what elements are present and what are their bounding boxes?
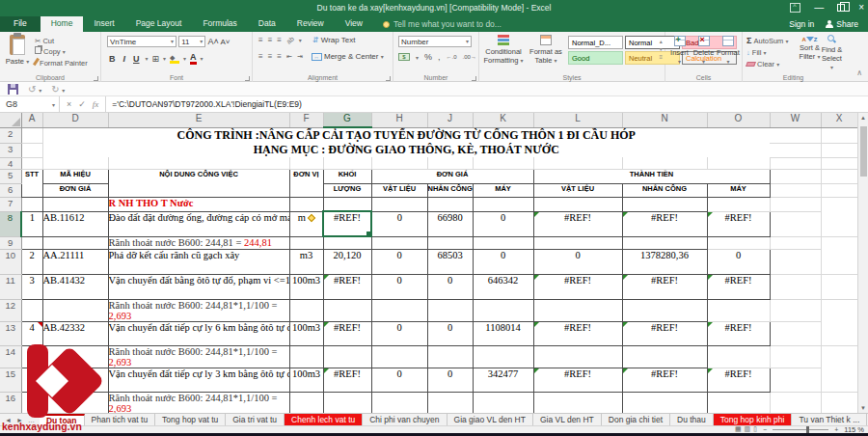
cell-H6[interactable]: VẬT LIỆU [371, 183, 427, 197]
ribbon-tab-file[interactable]: File [0, 16, 41, 32]
increase-indent-icon[interactable]: ⇥ [297, 53, 303, 61]
cell-L4[interactable] [533, 157, 622, 169]
cell-O12[interactable] [622, 299, 707, 321]
cell-E5[interactable]: NỘI DUNG CÔNG VIỆC [108, 169, 289, 197]
error-options-tag-icon[interactable] [308, 213, 315, 221]
vertical-scrollbar[interactable]: ▲ ▼ [857, 113, 868, 413]
cell-O9[interactable] [622, 236, 707, 249]
cell-W3[interactable] [770, 143, 821, 157]
sheet-tab-tu-van-thiet-k-[interactable]: Tu van Thiet k ... [792, 414, 867, 425]
font-color-button[interactable]: A [190, 52, 197, 65]
cell-H11[interactable]: 0 [371, 274, 427, 299]
column-header-G[interactable]: G [323, 113, 371, 127]
align-bottom-icon[interactable]: ≡ [277, 36, 282, 44]
cell-X5[interactable] [821, 169, 857, 183]
gallery-scroll-buttons[interactable]: ▴▾≡ [659, 38, 663, 61]
column-header-H[interactable]: H [371, 113, 427, 127]
cell-O6[interactable]: MÁY [707, 183, 770, 197]
cell-K4[interactable] [473, 157, 533, 169]
cell-F10[interactable]: m3 [289, 249, 323, 274]
cell-A13[interactable]: 4 [21, 321, 42, 345]
column-header-K[interactable]: K [473, 113, 533, 127]
sign-in-link[interactable]: Sign in [789, 19, 814, 29]
row-header-8[interactable]: 8 [0, 211, 21, 236]
cell-H10[interactable]: 0 [371, 249, 427, 274]
cell-L6[interactable]: VẬT LIỆU [533, 183, 622, 197]
cell-L15[interactable]: #REF! [533, 368, 622, 392]
cell-D9[interactable] [42, 236, 108, 249]
cell-H4[interactable] [371, 157, 427, 169]
cell-F4[interactable] [289, 157, 323, 169]
cell-G16[interactable] [289, 392, 323, 413]
format-cells-button[interactable]: Format▾ [716, 36, 741, 66]
find-select-button[interactable]: Find & Select ▾ [821, 35, 843, 71]
number-format-combo[interactable]: Number ▾ [398, 36, 472, 47]
cell-J9[interactable] [371, 236, 427, 249]
cell-W11[interactable] [770, 274, 821, 299]
cell-D10[interactable]: AA.21111 [42, 249, 108, 274]
cell-N12[interactable] [533, 299, 622, 321]
undo-button[interactable]: ↺ ▾ [28, 84, 41, 95]
cell-J16[interactable] [371, 392, 427, 413]
grow-font-button[interactable]: A˄ [207, 37, 218, 46]
merge-center-button[interactable]: ↔ Merge & Center ▾ [312, 52, 384, 61]
ribbon-tab-home[interactable]: Home [41, 16, 84, 32]
cell-O4[interactable] [707, 157, 770, 169]
cell-X3[interactable] [821, 143, 857, 157]
orientation-button[interactable]: ab [285, 35, 295, 44]
page-layout-view-icon[interactable]: ▥ [745, 425, 751, 433]
underline-button[interactable]: U [131, 54, 142, 64]
autosum-button[interactable]: Σ AutoSum ▾ [746, 36, 788, 47]
cell-J8[interactable]: 66980 [427, 211, 473, 236]
cell-E13[interactable]: Vận chuyển đất tiếp cự ly 6 km bằng ôtô … [108, 321, 289, 345]
cell-D7[interactable] [42, 197, 108, 211]
ribbon-display-options-icon[interactable] [790, 3, 800, 13]
ribbon-tab-data[interactable]: Data [248, 16, 286, 32]
cell-K10[interactable]: 0 [473, 249, 533, 274]
sheet-tab-phan-tich-vat-tu[interactable]: Phan tich vat tu [85, 414, 156, 425]
cell-A8[interactable]: 1 [21, 211, 42, 236]
align-center-icon[interactable]: ≡ [268, 52, 273, 61]
cell-X9[interactable] [770, 236, 821, 249]
cell-A9[interactable] [21, 236, 42, 249]
column-header-D[interactable]: D [42, 113, 108, 127]
cell-X15[interactable] [821, 368, 857, 392]
collapse-ribbon-icon[interactable]: ∧ [856, 68, 862, 77]
cell-E7[interactable]: R NH THO T Nước [108, 197, 289, 211]
cell-W14[interactable] [707, 345, 770, 368]
cell-D14[interactable] [42, 345, 108, 368]
cell-L14[interactable] [473, 345, 533, 368]
cell-F8[interactable]: m [289, 211, 323, 236]
cell-H12[interactable] [323, 299, 371, 321]
cell-N9[interactable] [533, 236, 622, 249]
font-size-combo[interactable]: 11 ▾ [178, 36, 205, 47]
sheet-tab-gia-tri-vat-tu[interactable]: Gia tri vat tu [226, 414, 285, 425]
cell-K12[interactable] [427, 299, 473, 321]
cell-E15[interactable]: Vận chuyển đất tiếp cự ly 3 km bằng ôtô … [108, 368, 289, 392]
cell-W9[interactable] [707, 236, 770, 249]
cell-N7[interactable] [533, 197, 622, 211]
decrease-decimal-icon[interactable]: .00→ [463, 54, 476, 60]
sheet-tab-gia-giao-vl-den-ht[interactable]: Gia giao VL den HT [448, 414, 533, 425]
sheet-tab-gia-vl-den-ht[interactable]: Gia VL den HT [533, 414, 602, 425]
font-name-combo[interactable]: VnTime ▾ [107, 36, 176, 47]
cell-K16[interactable] [427, 392, 473, 413]
cell-L16[interactable] [473, 392, 533, 413]
cell-A10[interactable]: 2 [21, 249, 42, 274]
column-header-J[interactable]: J [427, 113, 473, 127]
cell-style-good[interactable]: Good [568, 51, 623, 65]
cell-G5[interactable]: KHỐI [323, 169, 371, 183]
cell-D15[interactable]: AB.42432 [42, 368, 108, 392]
cell-A15[interactable]: 5 [21, 368, 42, 392]
row-header-12[interactable]: 12 [0, 299, 21, 321]
normal-view-icon[interactable]: ▦ [735, 425, 742, 433]
cell-X6[interactable] [821, 183, 857, 197]
cell-L9[interactable] [473, 236, 533, 249]
cell-K8[interactable]: 0 [473, 211, 533, 236]
cell-L10[interactable]: 0 [533, 249, 622, 274]
cell-E9[interactable]: Rãnh thoát nước B600: 244,81 = 244,81 [108, 236, 289, 249]
row-header-2[interactable]: 2 [0, 127, 21, 143]
cell-J12[interactable] [371, 299, 427, 321]
cell-G10[interactable]: 20,120 [323, 249, 371, 274]
merged-title-row-2[interactable]: CÔNG TRÌNH :NÂNG CẤP CẢI TẠO TUYẾN ĐƯỜNG… [42, 127, 770, 143]
